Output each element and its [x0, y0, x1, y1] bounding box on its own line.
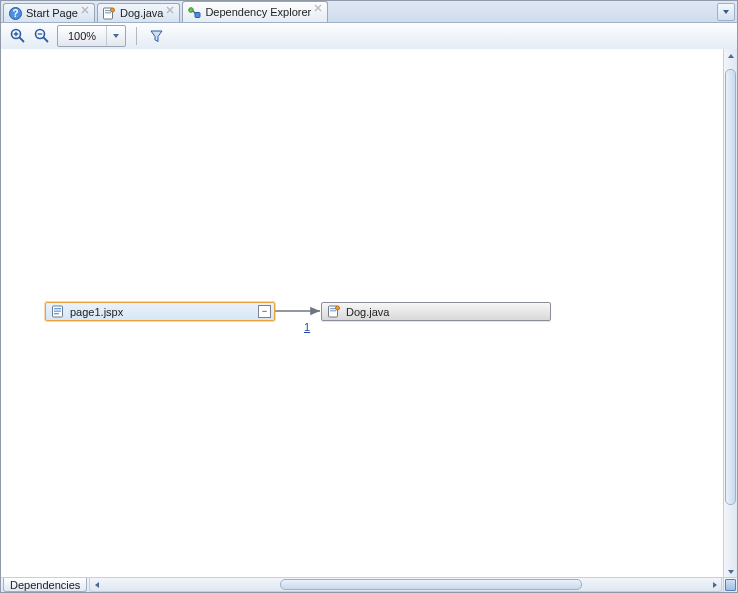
close-icon[interactable] — [314, 4, 324, 14]
java-file-icon — [102, 6, 116, 20]
svg-point-6 — [189, 7, 194, 12]
hscroll-thumb[interactable] — [280, 579, 582, 590]
help-icon: ? — [8, 6, 22, 20]
close-icon[interactable] — [81, 6, 91, 16]
close-icon[interactable] — [166, 6, 176, 16]
tabs-overflow-button[interactable] — [717, 3, 735, 21]
tab-strip: ? Start Page Dog.java Dependency Explore… — [1, 1, 737, 23]
jsp-file-icon — [50, 305, 64, 319]
node-source[interactable]: page1.jspx − — [45, 302, 275, 321]
svg-rect-12 — [54, 311, 61, 312]
node-label: page1.jspx — [70, 306, 123, 318]
scroll-right-button[interactable] — [708, 578, 721, 591]
chevron-down-icon[interactable] — [106, 26, 125, 46]
horizontal-scrollbar[interactable] — [89, 578, 722, 592]
svg-point-17 — [335, 306, 339, 310]
vertical-scrollbar[interactable] — [723, 49, 737, 578]
editor-frame: ? Start Page Dog.java Dependency Explore… — [0, 0, 738, 593]
tab-label: Start Page — [26, 7, 78, 19]
zoom-in-button[interactable] — [9, 27, 27, 45]
zoom-value: 100% — [58, 30, 106, 42]
node-target[interactable]: Dog.java — [321, 302, 551, 321]
thumbnail-toggle[interactable] — [725, 579, 736, 591]
tab-dependency-explorer[interactable]: Dependency Explorer — [182, 1, 328, 22]
toolbar: 100% — [1, 23, 737, 50]
svg-point-5 — [111, 8, 115, 12]
dependency-icon — [187, 5, 201, 19]
tab-label: Dog.java — [120, 7, 163, 19]
vscroll-thumb[interactable] — [725, 69, 736, 505]
edge-count-link[interactable]: 1 — [304, 321, 310, 333]
java-file-icon — [326, 305, 340, 319]
bottom-tab-dependencies[interactable]: Dependencies — [3, 578, 87, 592]
zoom-out-button[interactable] — [33, 27, 51, 45]
node-label: Dog.java — [346, 306, 389, 318]
svg-rect-16 — [330, 310, 336, 311]
collapse-toggle[interactable]: − — [258, 305, 271, 318]
svg-rect-11 — [54, 308, 61, 309]
bottom-tab-label: Dependencies — [10, 579, 80, 591]
toolbar-separator — [136, 27, 137, 45]
zoom-combo[interactable]: 100% — [57, 25, 126, 47]
scroll-up-button[interactable] — [724, 49, 737, 62]
tab-dog-java[interactable]: Dog.java — [97, 3, 180, 22]
tab-start-page[interactable]: ? Start Page — [3, 3, 95, 22]
svg-text:?: ? — [12, 8, 18, 19]
filter-button[interactable] — [147, 27, 165, 45]
bottom-bar: Dependencies — [1, 577, 724, 592]
diagram-canvas[interactable]: page1.jspx − Dog.java 1 — [1, 49, 724, 578]
svg-rect-13 — [54, 313, 59, 314]
scroll-corner — [723, 577, 737, 592]
tab-label: Dependency Explorer — [205, 6, 311, 18]
svg-rect-4 — [105, 12, 111, 13]
scroll-left-button[interactable] — [90, 578, 103, 591]
